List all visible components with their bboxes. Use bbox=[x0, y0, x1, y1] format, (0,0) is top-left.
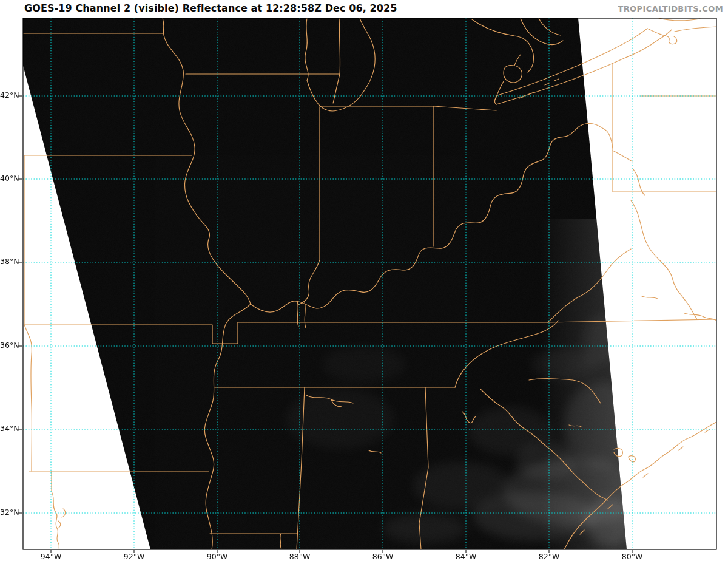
lon-tick-label: 92°W bbox=[116, 552, 152, 562]
border-ar-west bbox=[24, 325, 32, 471]
lat-tick-label: 38°N bbox=[0, 257, 16, 267]
lon-tick-label: 82°W bbox=[531, 552, 567, 562]
satellite-map-canvas bbox=[0, 0, 728, 564]
niagara-river bbox=[647, 27, 716, 44]
lon-tick-label: 88°W bbox=[281, 552, 318, 562]
border-wv-upper bbox=[613, 151, 645, 195]
lat-tick-label: 42°N bbox=[0, 90, 16, 100]
lat-tick-label: 40°N bbox=[0, 174, 16, 183]
va-rivers bbox=[642, 296, 716, 321]
lat-tick-label: 32°N bbox=[0, 508, 16, 517]
lat-tick-label: 36°N bbox=[0, 341, 16, 350]
lon-tick-label: 94°W bbox=[33, 552, 69, 562]
lat-tick-label: 34°N bbox=[0, 424, 16, 433]
border-tx-la-sabine bbox=[52, 471, 59, 549]
lon-tick-label: 80°W bbox=[614, 552, 650, 562]
lon-tick-label: 84°W bbox=[448, 552, 484, 562]
border-wv-va bbox=[631, 200, 697, 319]
toledo-bend bbox=[58, 509, 66, 528]
lon-tick-label: 90°W bbox=[199, 552, 235, 562]
satellite-image-page: GOES-19 Channel 2 (visible) Reflectance … bbox=[0, 0, 728, 564]
lon-tick-label: 86°W bbox=[365, 552, 401, 562]
